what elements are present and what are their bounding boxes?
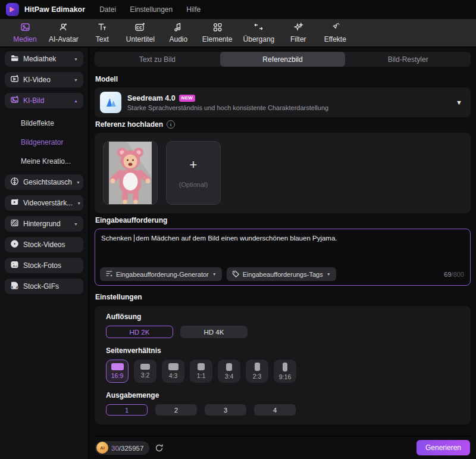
ratio-16-9-button[interactable]: 16:9 [106,360,129,383]
sidebar-label: Stock-GIFs [23,282,59,291]
char-limit: /800 [452,271,464,278]
ai-coin-icon: AI [96,442,108,454]
ratio-4-3-button[interactable]: 4:3 [162,360,184,383]
prompt-text-after: dem Mädchen auf dem Bild einen wundersch… [136,235,337,242]
ratio-label: 3:2 [141,371,150,379]
info-icon[interactable]: i [167,120,175,129]
sidebar-item-ki-video[interactable]: KI-Video ▼ [5,72,83,88]
ratio-label: 1:1 [197,372,206,379]
ribbon-label: Text [96,35,109,43]
reference-upload-panel: + (Optional) [95,133,471,213]
optional-label: (Optional) [179,181,208,188]
menu-datei[interactable]: Datei [95,4,120,15]
output-count-4-button[interactable]: 4 [254,404,296,416]
tab-text-zu-bild[interactable]: Text zu Bild [95,52,220,67]
ribbon-medien[interactable]: Medien [7,20,43,45]
prompt-textarea[interactable]: Schenken dem Mädchen auf dem Bild einen … [95,229,471,286]
background-icon [10,218,19,229]
reference-section-label: Referenz hochladen i [95,120,471,129]
effects-icon [330,22,340,34]
ratio-3-4-shape [226,363,232,371]
resolution-hd2k-button[interactable]: HD 2K [106,326,173,338]
resolution-label: Auflösung [106,313,459,321]
ratio-label: 2:3 [253,373,262,380]
ratio-3-2-button[interactable]: 3:2 [134,360,156,383]
tab-referenzbild[interactable]: Referenzbild [220,52,346,67]
mode-tabs: Text zu Bild Referenzbild Bild-Restyler [95,52,471,67]
ribbon-text[interactable]: Text [84,20,120,45]
model-description: Starke Sprachverständnis und hoch konsis… [127,104,328,111]
sidebar-item-stock-gifs[interactable]: GIF Stock-GIFs [5,279,83,294]
ratio-label: 4:3 [169,372,178,379]
ratio-label: 16:9 [111,372,123,379]
media-icon [20,22,30,34]
generate-button[interactable]: Generieren [416,440,470,455]
subtitle-icon [134,22,146,34]
prompt-text: Schenken dem Mädchen auf dem Bild einen … [101,234,464,243]
ratio-3-4-button[interactable]: 3:4 [218,360,240,383]
text-cursor [134,235,134,242]
optional-upload-slot[interactable]: + (Optional) [166,141,221,205]
sidebar-item-ki-bild[interactable]: KI-Bild ▲ [5,93,83,108]
ratio-1-1-button[interactable]: 1:1 [190,360,212,383]
credits-used: 30 [111,445,119,452]
sidebar-item-stock-videos[interactable]: Stock-Videos [5,237,83,252]
ratio-3-2-shape [140,364,150,370]
chevron-down-icon[interactable]: ▼ [456,99,462,106]
refresh-icon [155,444,164,452]
sidebar: Mediathek ▼ KI-Video ▼ KI-Bild [0,48,89,459]
prompt-footer: Eingabeaufforderung-Generator ▼ Eingabea… [100,267,464,281]
output-count-1-button[interactable]: 1 [106,404,148,416]
prompt-tags-label: Eingabeaufforderungs-Tags [243,271,323,278]
video-enhance-icon [10,198,19,208]
sidebar-label: Mediathek [23,55,56,63]
footer-bar: AI 30/325957 Generieren [95,436,471,459]
ribbon-audio[interactable]: Audio [161,20,196,45]
sidebar-item-stock-fotos[interactable]: Stock-Fotos [5,258,83,273]
ai-video-icon [10,74,19,85]
ribbon-label: AI-Avatar [49,35,79,43]
output-count-3-button[interactable]: 3 [205,404,246,416]
sidebar-item-hintergrund[interactable]: Hintergrund ▼ [5,216,83,232]
sidebar-item-bildgenerator[interactable]: Bildgenerator [5,133,83,152]
aspect-ratio-options: 16:9 3:2 4:3 1:1 [106,360,459,383]
settings-section-label: Einstellungen [95,293,471,301]
model-selector[interactable]: Seedream 4.0 NEW Starke Sprachverständni… [95,88,471,117]
menu-einstellungen[interactable]: Einstellungen [126,4,177,15]
transition-icon [253,22,264,34]
ratio-1-1-shape [198,363,205,370]
prompt-tags-button[interactable]: Eingabeaufforderungs-Tags ▼ [227,267,336,281]
refresh-credits-button[interactable] [155,444,164,452]
chevron-down-icon: ▼ [74,78,78,82]
sidebar-item-mediathek[interactable]: Mediathek ▼ [5,51,83,67]
resolution-options: HD 2K HD 4K [106,326,459,338]
ribbon-effekte[interactable]: Effekte [317,20,353,45]
sidebar-item-bildeffekte[interactable]: Bildeffekte [5,114,83,133]
ratio-label: 3:4 [225,373,234,380]
ribbon-uebergang[interactable]: Übergang [239,20,280,45]
ratio-2-3-button[interactable]: 2:3 [246,360,268,383]
seedream-logo-icon [100,92,121,113]
output-count-2-button[interactable]: 2 [155,404,197,416]
ribbon-filter[interactable]: Filter [280,20,316,45]
ribbon-elemente[interactable]: Elemente [198,20,237,45]
credits-pill[interactable]: AI 30/325957 [95,441,149,455]
credits-total: /325957 [119,445,144,452]
reference-image-slot[interactable] [103,141,158,205]
prompt-generator-button[interactable]: Eingabeaufforderung-Generator ▼ [100,267,222,281]
ribbon-untertitel[interactable]: Untertitel [121,20,159,45]
menu-hilfe[interactable]: Hilfe [182,4,205,15]
sidebar-label: KI-Video [23,76,51,84]
ratio-9-16-button[interactable]: 9:16 [274,360,296,383]
sidebar-item-meine-kreationen[interactable]: Meine Kreatio... [5,152,83,171]
sidebar-item-gesichtstausch[interactable]: Gesichtstausch ▼ [5,174,83,190]
ribbon-ai-avatar[interactable]: AI-Avatar [44,20,83,45]
sidebar-item-videoverstaerker[interactable]: Videoverstärk... ▼ [5,195,83,211]
tab-bild-restyler[interactable]: Bild-Restyler [345,52,471,67]
sidebar-label: KI-Bild [23,96,44,105]
ai-image-icon [10,95,19,106]
resolution-hd4k-button[interactable]: HD 4K [180,326,248,338]
body: Mediathek ▼ KI-Video ▼ KI-Bild [0,48,476,459]
prompt-generator-label: Eingabeaufforderung-Generator [116,271,209,278]
new-badge: NEW [179,95,196,102]
